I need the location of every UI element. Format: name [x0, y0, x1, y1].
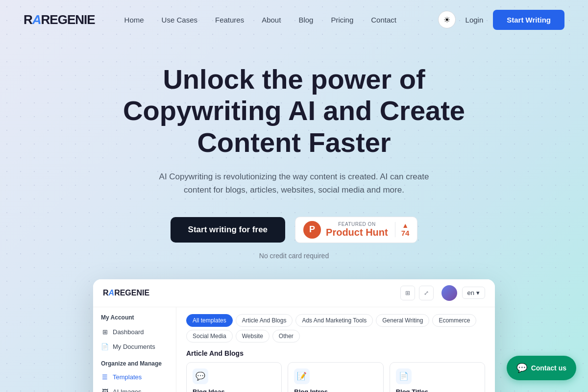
tab-ads-marketing[interactable]: Ads And Marketing Tools	[295, 314, 373, 327]
hero-section: Unlock the power of Copywriting AI and C…	[0, 39, 588, 274]
app-header-icons: ⊞ ⤢	[400, 286, 434, 300]
nav-use-cases[interactable]: Use Cases	[162, 16, 197, 24]
upvote-arrow-icon: ▲	[402, 222, 409, 229]
sidebar-item-dashboard[interactable]: ⊞ Dashboard	[93, 325, 176, 340]
card-blog-ideas-title: Blog Ideas	[193, 388, 275, 392]
app-logo: RAREGENIE	[103, 289, 149, 297]
documents-icon: 📄	[101, 343, 109, 351]
app-main: All templates Article And Blogs Ads And …	[176, 307, 495, 392]
sidebar-item-my-documents[interactable]: 📄 My Documents	[93, 340, 176, 354]
app-body: My Account ⊞ Dashboard 📄 My Documents Or…	[93, 307, 495, 392]
sidebar-documents-label: My Documents	[113, 343, 155, 350]
login-button[interactable]: Login	[466, 16, 484, 24]
main-nav: Home Use Cases Features About Blog Prici…	[124, 16, 438, 24]
blog-intros-icon: 📝	[294, 368, 310, 384]
nav-pricing[interactable]: Pricing	[331, 16, 353, 24]
tab-ecommerce[interactable]: Ecommerce	[432, 314, 476, 327]
card-blog-titles[interactable]: 📄 Blog Titles Nobody wants to read borin…	[390, 362, 485, 392]
avatar	[441, 285, 457, 301]
product-hunt-name: Product Hunt	[326, 227, 388, 238]
chat-icon: 💬	[516, 363, 527, 373]
cards-row: 💬 Blog Ideas Article/blog ideas that you…	[186, 362, 485, 392]
nav-features[interactable]: Features	[215, 16, 244, 24]
app-header: RAREGENIE ⊞ ⤢ en ▾	[93, 279, 495, 307]
start-writing-button[interactable]: Start Writing	[493, 10, 564, 30]
theme-toggle-button[interactable]: ☀	[438, 11, 456, 28]
app-preview: RAREGENIE ⊞ ⤢ en ▾ My Account ⊞ Dashboar…	[93, 279, 495, 392]
nav-about[interactable]: About	[262, 16, 281, 24]
section-label: Article And Blogs	[186, 349, 485, 357]
sidebar-ai-images-label: AI Images	[113, 388, 142, 392]
chevron-down-icon: ▾	[476, 289, 480, 296]
tab-all-templates[interactable]: All templates	[186, 314, 233, 327]
upvote-count: 74	[401, 229, 410, 237]
sidebar-item-ai-images[interactable]: 🖼 AI Images	[93, 385, 176, 392]
nav-contact[interactable]: Contact	[371, 16, 396, 24]
contact-us-button[interactable]: 💬 Contact us	[507, 356, 576, 380]
hero-headline: Unlock the power of Copywriting AI and C…	[93, 64, 495, 158]
contact-us-label: Contact us	[531, 364, 566, 372]
product-hunt-featured-label: FEATURED ON	[326, 221, 388, 227]
tab-social-media[interactable]: Social Media	[186, 330, 233, 343]
no-credit-label: No credit card required	[10, 252, 578, 260]
organize-label: Organize and Manage	[93, 354, 176, 370]
sidebar-dashboard-label: Dashboard	[113, 328, 144, 336]
card-blog-ideas[interactable]: 💬 Blog Ideas Article/blog ideas that you…	[186, 362, 282, 392]
expand-icon-button[interactable]: ⤢	[419, 286, 434, 300]
product-hunt-upvote: ▲ 74	[395, 222, 410, 237]
hero-subtext: AI Copywriting is revolutionizing the wa…	[147, 170, 441, 196]
sidebar-item-templates[interactable]: ☰ Templates	[93, 370, 176, 385]
my-account-label: My Account	[93, 314, 176, 325]
language-selector[interactable]: en ▾	[462, 287, 485, 299]
card-blog-titles-title: Blog Titles	[396, 388, 479, 392]
grid-icon-button[interactable]: ⊞	[400, 286, 415, 300]
sun-icon: ☀	[443, 15, 450, 24]
sidebar-templates-label: Templates	[113, 373, 142, 381]
logo: RAREGENIE	[24, 12, 95, 27]
product-hunt-badge[interactable]: P FEATURED ON Product Hunt ▲ 74	[295, 217, 417, 243]
tab-general-writing[interactable]: General Writing	[376, 314, 429, 327]
tab-other[interactable]: Other	[272, 330, 300, 343]
app-sidebar: My Account ⊞ Dashboard 📄 My Documents Or…	[93, 307, 176, 392]
hero-buttons: Start writing for free P FEATURED ON Pro…	[10, 217, 578, 243]
blog-titles-icon: 📄	[396, 368, 412, 384]
product-hunt-text: FEATURED ON Product Hunt	[326, 221, 388, 238]
template-tabs: All templates Article And Blogs Ads And …	[186, 314, 485, 343]
nav-blog[interactable]: Blog	[298, 16, 313, 24]
blog-ideas-icon: 💬	[193, 368, 208, 384]
card-blog-intros-title: Blog Intros	[294, 388, 377, 392]
tab-website[interactable]: Website	[236, 330, 270, 343]
ai-images-icon: 🖼	[101, 388, 109, 392]
start-writing-free-button[interactable]: Start writing for free	[171, 217, 285, 243]
product-hunt-logo: P	[303, 221, 321, 239]
tab-article-blogs[interactable]: Article And Blogs	[236, 314, 293, 327]
nav-home[interactable]: Home	[124, 16, 144, 24]
header-right: ☀ Login Start Writing	[438, 10, 564, 30]
card-blog-intros[interactable]: 📝 Blog Intros Enticing article/blog intr…	[288, 362, 383, 392]
templates-icon: ☰	[101, 373, 109, 381]
lang-label: en	[467, 289, 474, 296]
dashboard-icon: ⊞	[101, 328, 109, 336]
